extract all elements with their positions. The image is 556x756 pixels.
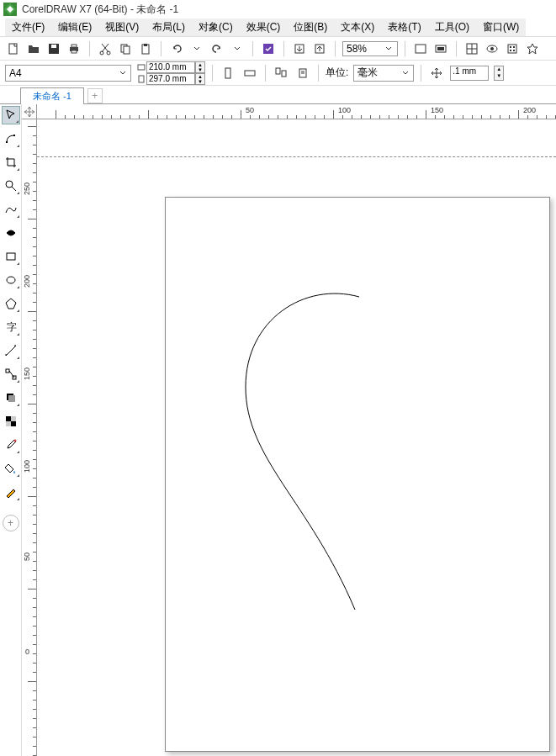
menu-bar[interactable]: 文件(F) 编辑(E) 视图(V) 布局(L) 对象(C) 效果(C) 位图(B… [0,19,556,37]
menu-file[interactable]: 文件(F) [5,19,51,36]
hruler-label: 100 [338,106,351,114]
preview-button[interactable] [432,40,449,57]
separator [265,65,266,82]
horizontal-guide[interactable] [37,156,556,157]
redo-dropdown[interactable] [229,40,246,57]
add-tab-button[interactable]: + [87,88,103,103]
menu-text[interactable]: 文本(X) [334,19,381,36]
menu-layout[interactable]: 布局(L) [146,19,192,36]
workspace: 字 + 50 100 150 200 250 200 150 100 50 0 [0,104,556,756]
text-tool[interactable]: 字 [2,318,20,336]
ellipse-tool[interactable] [2,271,20,289]
menu-effects[interactable]: 效果(C) [240,19,288,36]
svg-rect-25 [508,45,516,53]
ruler-origin[interactable] [22,104,37,119]
page-height-input[interactable]: 297.0 mm [146,73,195,85]
freehand-tool[interactable] [2,200,20,219]
undo-button[interactable] [168,40,185,57]
svg-line-42 [12,187,16,191]
svg-rect-19 [437,47,444,50]
crop-tool[interactable] [2,153,20,172]
drawing-content [166,198,551,753]
launch-button[interactable] [524,40,541,57]
snap-button[interactable] [463,40,480,57]
svg-rect-4 [51,45,56,48]
vruler-label: 0 [25,648,29,656]
menu-edit[interactable]: 编辑(E) [51,19,98,36]
dimension-tool[interactable] [2,341,20,360]
width-spinner[interactable]: ▲▼ [195,61,205,73]
toolbox: 字 + [0,104,22,756]
options-button[interactable] [504,40,521,57]
import-button[interactable] [291,40,308,57]
new-button[interactable] [5,40,22,57]
outline-tool[interactable] [2,483,20,501]
page-width-input[interactable]: 210.0 mm [146,61,195,73]
rectangle-tool[interactable] [2,247,20,266]
fullscreen-button[interactable] [412,40,429,57]
undo-dropdown[interactable] [188,40,205,57]
shape-tool[interactable] [2,130,20,148]
eyedropper-tool[interactable] [2,436,20,454]
svg-rect-40 [13,135,15,136]
page-dimensions: 210.0 mm ▲▼ 297.0 mm ▲▼ [136,61,205,85]
height-spinner[interactable]: ▲▼ [195,73,205,85]
menu-table[interactable]: 表格(T) [381,19,427,36]
menu-view[interactable]: 视图(V) [98,19,146,36]
redo-button[interactable] [209,40,225,57]
portrait-button[interactable] [220,65,236,82]
svg-rect-57 [11,416,16,421]
vruler-label: 150 [23,367,31,380]
svg-rect-31 [139,76,144,82]
nudge-spinner[interactable]: ▲▼ [494,66,504,81]
all-pages-button[interactable] [273,65,289,82]
vertical-ruler[interactable]: 250 200 150 100 50 0 [22,119,37,756]
drop-shadow-tool[interactable] [2,389,20,407]
zoom-tool[interactable] [2,177,20,195]
artistic-media-tool[interactable] [2,224,20,242]
search-button[interactable] [260,40,277,57]
save-button[interactable] [45,40,62,57]
svg-rect-28 [510,50,511,51]
svg-rect-35 [282,71,286,77]
horizontal-ruler[interactable]: 50 100 150 200 [37,104,556,119]
paste-button[interactable] [137,40,154,57]
current-page-button[interactable] [294,65,311,82]
connector-tool[interactable] [2,365,20,383]
expand-toolbox-button[interactable]: + [3,515,19,531]
fill-tool[interactable] [2,459,20,478]
show-button[interactable] [484,40,500,57]
pick-tool[interactable] [2,106,20,124]
document-tab[interactable]: 未命名 -1 [20,87,84,104]
svg-rect-27 [513,46,515,48]
page-size-combo[interactable]: A4 [5,65,131,82]
print-button[interactable] [66,40,82,57]
nudge-input[interactable]: .1 mm [450,66,489,81]
vruler-label: 100 [23,460,31,473]
page[interactable] [165,197,550,752]
menu-object[interactable]: 对象(C) [192,19,240,36]
svg-line-52 [9,371,14,378]
polygon-tool[interactable] [2,294,20,313]
hruler-label: 50 [246,106,254,114]
svg-rect-30 [138,65,145,70]
separator [421,65,421,82]
export-button[interactable] [311,40,328,57]
svg-point-44 [7,277,15,283]
copy-button[interactable] [117,40,134,57]
zoom-combo[interactable]: 58% [342,41,398,56]
standard-toolbar: 58% [0,37,556,61]
svg-rect-56 [11,421,16,426]
drawing-surface[interactable] [37,119,556,756]
transparency-tool[interactable] [2,412,20,431]
menu-bitmap[interactable]: 位图(B) [287,19,334,36]
unit-combo[interactable]: 毫米 [353,65,414,82]
menu-tools[interactable]: 工具(O) [428,19,476,36]
cut-button[interactable] [97,40,114,57]
svg-rect-7 [71,50,77,53]
open-button[interactable] [25,40,42,57]
landscape-button[interactable] [241,65,258,82]
menu-window[interactable]: 窗口(W) [476,19,526,36]
svg-rect-32 [225,68,230,78]
separator [456,41,457,56]
